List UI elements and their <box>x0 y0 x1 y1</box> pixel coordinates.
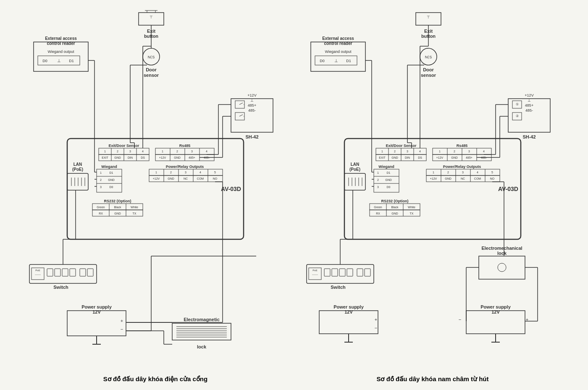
diagram-1-title: Sơ đồ đấu dây khóa điện cửa cổng <box>25 375 286 383</box>
svg-text:D1: D1 <box>387 171 391 174</box>
svg-text:GND: GND <box>114 212 121 215</box>
svg-text:Electromagnetic: Electromagnetic <box>184 317 220 322</box>
svg-text:485+: 485+ <box>189 156 195 159</box>
svg-text:GND: GND <box>174 156 181 159</box>
svg-text:control reader: control reader <box>47 41 75 46</box>
svg-text:GND: GND <box>385 178 392 181</box>
svg-text:4: 4 <box>200 171 201 174</box>
svg-text:DS: DS <box>141 156 145 159</box>
svg-text:White: White <box>408 206 415 209</box>
svg-text:SH-42: SH-42 <box>245 134 258 139</box>
svg-text:3: 3 <box>191 150 193 153</box>
diagrams-container: ⊤ Exit button N⟨S Door sensor External a… <box>8 8 580 383</box>
svg-text:LAN: LAN <box>351 162 360 167</box>
svg-text:3: 3 <box>407 150 408 153</box>
svg-text:TX: TX <box>410 212 414 215</box>
svg-text:Exit/Door Sensor: Exit/Door Sensor <box>386 144 417 148</box>
svg-text:Green: Green <box>97 206 105 209</box>
svg-text:⊥: ⊥ <box>528 98 531 102</box>
svg-text:D1: D1 <box>69 59 74 63</box>
svg-text:⊥: ⊥ <box>250 98 254 102</box>
diagram-2: ⊤ Exit button N⟨S Door sensor External a… <box>302 8 563 383</box>
svg-text:Electromechanical: Electromechanical <box>481 246 522 251</box>
svg-text:4: 4 <box>419 150 421 153</box>
svg-text:①: ① <box>516 102 519 106</box>
svg-text:PoE: PoE <box>312 269 317 272</box>
svg-text:1: 1 <box>377 171 379 174</box>
svg-text:485+: 485+ <box>466 156 472 159</box>
svg-text:12V: 12V <box>344 309 353 314</box>
svg-text:⊤: ⊤ <box>150 15 153 19</box>
svg-text:Power supply: Power supply <box>480 304 511 309</box>
svg-text:1: 1 <box>100 171 102 174</box>
svg-text:Switch: Switch <box>53 285 68 290</box>
svg-text:COM: COM <box>474 177 481 180</box>
svg-text:D0: D0 <box>42 59 47 63</box>
svg-text:⊥: ⊥ <box>334 58 338 63</box>
svg-text:DIN: DIN <box>405 156 410 159</box>
svg-text:485-: 485- <box>248 108 256 113</box>
svg-text:D1: D1 <box>346 59 351 63</box>
svg-text:GND: GND <box>168 177 174 180</box>
svg-text:⊥: ⊥ <box>57 58 61 63</box>
svg-text:Wiegand: Wiegand <box>101 165 117 169</box>
svg-text:────: ──── <box>34 273 41 276</box>
svg-text:3: 3 <box>377 186 379 188</box>
svg-text:Rs485: Rs485 <box>457 144 468 148</box>
svg-text:+12V: +12V <box>159 156 166 159</box>
diagram-2-title: Sơ đồ đấu dây khóa nam châm từ hút <box>302 375 563 383</box>
svg-text:2: 2 <box>394 150 396 153</box>
svg-text:Power supply: Power supply <box>81 304 112 309</box>
svg-text:4: 4 <box>477 171 478 174</box>
svg-text:Switch: Switch <box>331 285 346 290</box>
svg-text:+12V: +12V <box>430 177 437 180</box>
svg-text:Black: Black <box>114 206 121 209</box>
svg-text:2: 2 <box>117 150 118 153</box>
svg-text:GND: GND <box>114 156 121 159</box>
svg-text:+12V: +12V <box>436 156 444 159</box>
svg-text:2: 2 <box>100 178 102 181</box>
svg-text:GND: GND <box>445 177 452 180</box>
svg-text:GND: GND <box>108 178 115 181</box>
svg-text:(PoE): (PoE) <box>72 167 83 172</box>
svg-text:5: 5 <box>214 171 216 174</box>
svg-text:−: − <box>121 327 123 332</box>
svg-text:Green: Green <box>374 206 382 209</box>
svg-text:GND: GND <box>391 156 398 159</box>
svg-text:Door: Door <box>423 67 434 72</box>
svg-text:5: 5 <box>491 171 493 174</box>
svg-text:485-: 485- <box>525 108 533 113</box>
svg-text:────: ──── <box>312 273 318 276</box>
svg-text:D0: D0 <box>387 186 391 188</box>
svg-text:RX: RX <box>99 212 103 215</box>
svg-text:RS232 (Option): RS232 (Option) <box>381 199 408 203</box>
svg-text:DS: DS <box>418 156 422 159</box>
svg-text:1: 1 <box>433 171 434 174</box>
svg-text:EXIT: EXIT <box>379 156 386 159</box>
svg-text:Door: Door <box>146 67 157 72</box>
svg-text:Wiegand output: Wiegand output <box>47 50 74 54</box>
svg-text:PoE: PoE <box>35 269 40 272</box>
svg-text:lock: lock <box>497 251 507 256</box>
svg-text:sensor: sensor <box>421 73 436 78</box>
svg-text:lock: lock <box>197 344 207 349</box>
svg-text:DIN: DIN <box>128 156 133 159</box>
svg-text:Rs485: Rs485 <box>179 144 191 148</box>
svg-text:Black: Black <box>391 206 399 209</box>
svg-text:12V: 12V <box>491 309 500 314</box>
svg-text:1: 1 <box>439 150 441 153</box>
svg-text:3: 3 <box>100 186 102 188</box>
svg-text:External access: External access <box>322 36 354 41</box>
svg-text:3: 3 <box>185 171 186 174</box>
svg-text:EXIT: EXIT <box>102 156 108 159</box>
svg-text:2: 2 <box>447 171 449 174</box>
svg-text:D0: D0 <box>320 59 325 63</box>
svg-text:⊤: ⊤ <box>427 15 430 19</box>
svg-text:RX: RX <box>376 212 380 215</box>
svg-text:Wiegand: Wiegand <box>378 165 394 169</box>
svg-text:Power supply: Power supply <box>333 304 364 309</box>
svg-text:2: 2 <box>454 150 455 153</box>
svg-text:SH-42: SH-42 <box>522 134 536 139</box>
svg-text:Power/Relay Outputs: Power/Relay Outputs <box>443 165 481 169</box>
svg-text:(PoE): (PoE) <box>349 167 360 172</box>
